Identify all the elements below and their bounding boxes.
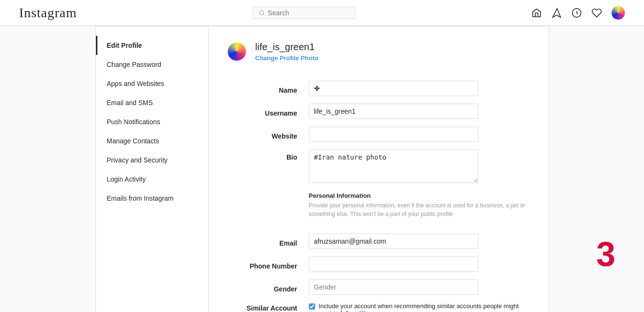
personal-info-desc: Provide your personal information, even …	[309, 201, 529, 218]
similar-accounts-field: Include your account when recommending s…	[309, 302, 529, 312]
annotation-number-3: 3	[596, 235, 615, 274]
website-row: Website	[228, 127, 529, 142]
email-field	[309, 234, 529, 249]
username-input[interactable]	[309, 104, 478, 119]
header-icons	[531, 6, 625, 20]
main-content: life_is_green1 Change Profile Photo Name…	[209, 26, 549, 312]
username-field	[309, 104, 529, 119]
explore-icon[interactable]	[551, 8, 562, 18]
personal-info-section: Personal Information Provide your person…	[309, 192, 529, 218]
svg-point-0	[260, 11, 264, 14]
profile-header: life_is_green1 Change Profile Photo	[228, 42, 529, 69]
phone-row: Phone Number	[228, 257, 529, 272]
profile-info: life_is_green1 Change Profile Photo	[255, 42, 318, 62]
phone-field	[309, 257, 529, 272]
name-row: Name	[228, 81, 529, 96]
email-input[interactable]	[309, 234, 478, 249]
gender-row: Gender	[228, 280, 529, 295]
profile-avatar-image	[228, 43, 246, 61]
search-icon	[259, 10, 265, 16]
similar-accounts-help-link[interactable]: [?]	[359, 310, 366, 312]
gender-field	[309, 280, 529, 295]
sidebar-item-push-notifications[interactable]: Push Notifications	[96, 112, 208, 131]
phone-label: Phone Number	[228, 258, 309, 270]
website-input[interactable]	[309, 127, 478, 142]
avatar[interactable]	[612, 6, 625, 20]
sidebar-item-apps-websites[interactable]: Apps and Websites	[96, 74, 208, 93]
gender-input[interactable]	[309, 280, 478, 295]
similar-accounts-checkbox-row: Include your account when recommending s…	[309, 302, 529, 312]
sidebar-item-manage-contacts[interactable]: Manage Contacts	[96, 131, 208, 151]
svg-line-1	[263, 14, 264, 15]
page-container: Edit Profile Change Password Apps and We…	[95, 26, 549, 312]
bio-field: #Iran nature photo	[309, 150, 529, 184]
sidebar-item-email-sms[interactable]: Email and SMS	[96, 93, 208, 112]
email-label: Email	[228, 236, 309, 247]
name-input[interactable]	[309, 81, 478, 96]
similar-accounts-row: Similar Account Suggestions Include your…	[228, 302, 529, 312]
svg-marker-2	[553, 8, 561, 17]
personal-info-title: Personal Information	[309, 192, 529, 199]
username-row: Username	[228, 104, 529, 119]
profile-username: life_is_green1	[255, 42, 318, 53]
home-icon[interactable]	[531, 8, 542, 18]
sidebar-item-privacy-security[interactable]: Privacy and Security	[96, 151, 208, 170]
similar-accounts-text: Include your account when recommending s…	[319, 302, 529, 312]
personal-info-row: Personal Information Provide your person…	[228, 192, 529, 226]
sidebar-item-login-activity[interactable]: Login Activity	[96, 170, 208, 189]
name-label: Name	[228, 83, 309, 94]
sidebar: Edit Profile Change Password Apps and We…	[96, 26, 209, 312]
search-bar[interactable]	[253, 7, 355, 19]
username-label: Username	[228, 106, 309, 117]
similar-accounts-checkbox[interactable]	[309, 303, 315, 310]
website-label: Website	[228, 129, 309, 140]
bio-label: Bio	[228, 150, 309, 161]
email-row: Email	[228, 234, 529, 249]
instagram-logo: Instagram	[19, 5, 77, 21]
change-photo-link[interactable]: Change Profile Photo	[255, 54, 318, 62]
bio-row: Bio #Iran nature photo	[228, 150, 529, 184]
sidebar-item-edit-profile[interactable]: Edit Profile	[96, 36, 208, 55]
sidebar-item-emails-instagram[interactable]: Emails from Instagram	[96, 189, 208, 208]
search-input[interactable]	[268, 9, 349, 17]
gender-label: Gender	[228, 281, 309, 293]
phone-input[interactable]	[309, 257, 478, 272]
compass-icon[interactable]	[571, 8, 582, 18]
bio-input[interactable]: #Iran nature photo	[309, 150, 478, 183]
heart-icon[interactable]	[591, 8, 602, 18]
sidebar-item-change-password[interactable]: Change Password	[96, 55, 208, 74]
similar-accounts-label: Similar Account Suggestions	[228, 302, 309, 312]
header: Instagram	[0, 0, 644, 26]
website-field	[309, 127, 529, 142]
svg-line-5	[577, 13, 578, 14]
name-field	[309, 81, 529, 96]
